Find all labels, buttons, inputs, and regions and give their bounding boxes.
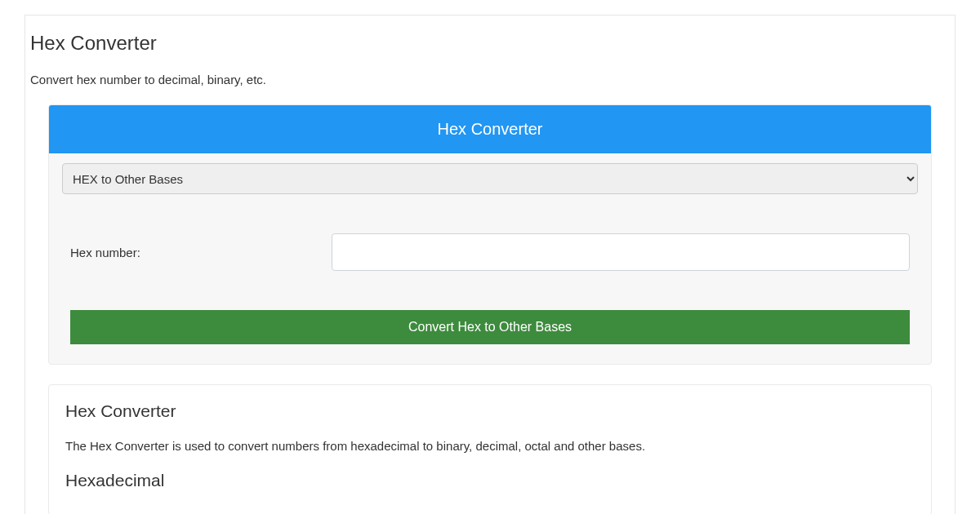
hex-input-label: Hex number: <box>70 246 332 259</box>
page-title: Hex Converter <box>30 16 950 55</box>
info-card: Hex Converter The Hex Converter is used … <box>48 384 932 514</box>
hex-input[interactable] <box>332 233 910 271</box>
info-description: The Hex Converter is used to convert num… <box>65 439 915 453</box>
info-title: Hex Converter <box>65 401 915 421</box>
converter-panel-title: Hex Converter <box>49 105 931 153</box>
convert-button[interactable]: Convert Hex to Other Bases <box>70 310 910 344</box>
base-select[interactable]: HEX to Other Bases <box>62 163 918 194</box>
page-subtitle: Convert hex number to decimal, binary, e… <box>30 73 950 86</box>
converter-card: Hex Converter HEX to Other Bases Hex num… <box>48 104 932 365</box>
info-subtitle: Hexadecimal <box>65 471 915 490</box>
